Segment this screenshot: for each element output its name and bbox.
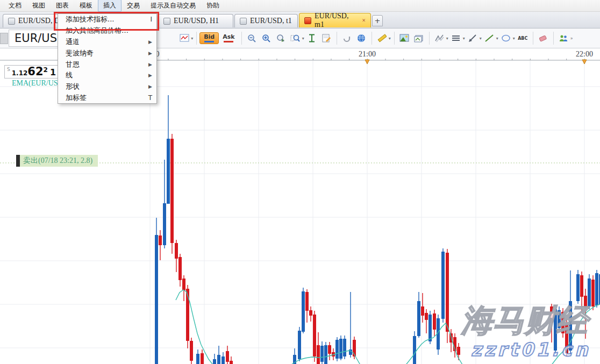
quote-pip-fraction: 2	[44, 66, 48, 74]
trendline-tool-button[interactable]	[483, 32, 496, 45]
chart-tab[interactable]: EUR/USD, t1	[234, 14, 298, 27]
separator	[337, 32, 337, 45]
time-axis-label: 22:00	[576, 50, 593, 59]
chart-tab[interactable]: EUR/USD, m1×	[299, 13, 371, 27]
menu-item[interactable]: 提示及自动交易	[145, 0, 201, 12]
link-icon	[342, 33, 352, 43]
snapshot-icon	[414, 34, 424, 42]
insert-menu-item[interactable]: 通道▶	[58, 37, 156, 48]
find-dropdown-arrow[interactable]: ▾	[302, 36, 304, 41]
ruler-dropdown-arrow[interactable]: ▾	[389, 36, 391, 41]
ask-label: Ask	[223, 33, 234, 40]
trendline-dropdown-arrow[interactable]: ▾	[496, 36, 498, 41]
chart-tab[interactable]: EUR/USD, H1	[158, 14, 233, 27]
ellipse-tool-button[interactable]	[499, 32, 513, 45]
new-tab-button[interactable]: +	[372, 15, 383, 26]
insert-menu-item-label: 形状	[66, 82, 80, 91]
chart-tab-label: EUR/USD, t1	[250, 17, 292, 25]
bid-toggle-button[interactable]: Bid	[199, 32, 219, 44]
chart-type-dropdown-arrow[interactable]: ▾	[191, 36, 193, 41]
arrow-tool-button[interactable]	[466, 32, 480, 45]
position-marker-bar	[16, 155, 20, 167]
insert-menu-item-label: 通道	[66, 37, 80, 47]
arrow-dropdown-arrow[interactable]: ▾	[480, 36, 482, 41]
quote-pips: 62	[27, 66, 43, 78]
trendline-icon	[484, 34, 494, 42]
toolbar-overflow-chevron[interactable]: »	[570, 36, 573, 41]
watermark-url: zzrt01.cn	[471, 339, 590, 360]
ellipse-icon	[501, 34, 511, 42]
menu-item[interactable]: 文档	[3, 0, 27, 12]
menu-item[interactable]: 图表	[51, 0, 74, 12]
zigzag-dropdown-arrow[interactable]: ▾	[446, 36, 448, 41]
hline-tool-button[interactable]	[449, 32, 463, 45]
text-tool-button[interactable]: ABC	[516, 32, 530, 45]
separator	[241, 32, 242, 45]
trading-app-window: 文档视图图表模板插入交易提示及自动交易协助 EUR/USD, DEUR/USD,…	[0, 0, 600, 364]
quote-last-digit: 1	[50, 67, 56, 77]
chart-tab-icon	[240, 18, 247, 25]
separator	[196, 32, 197, 45]
ruler-button[interactable]	[375, 32, 389, 45]
insert-menu-item[interactable]: 线▶	[58, 70, 156, 81]
community-button[interactable]	[557, 32, 570, 45]
quote-side-label: S	[7, 67, 10, 72]
separator	[553, 32, 554, 45]
insert-menu-item[interactable]: 形状▶	[58, 81, 156, 92]
note-button[interactable]	[320, 32, 333, 45]
zoom-in-icon	[261, 33, 271, 43]
image-button[interactable]	[398, 32, 411, 45]
hlines-icon	[451, 34, 461, 42]
ask-underline	[224, 41, 233, 42]
insert-menu-item-label: 添加技术指标...	[66, 15, 114, 24]
crosshair-button[interactable]	[305, 32, 319, 45]
find-bar-button[interactable]	[289, 32, 302, 45]
globe-button[interactable]	[355, 32, 368, 45]
close-tab-icon[interactable]: ×	[362, 17, 366, 24]
insert-menu-item[interactable]: 甘恩▶	[58, 59, 156, 70]
link-button[interactable]	[340, 32, 354, 45]
shortcut-label: I	[150, 16, 152, 23]
zoom-in-button[interactable]	[260, 32, 273, 45]
menu-item[interactable]: 交易	[122, 0, 145, 12]
chart-type-button[interactable]	[177, 32, 191, 45]
menu-item[interactable]: 模板	[74, 0, 98, 12]
insert-menu-item[interactable]: 加标签T	[58, 92, 156, 104]
submenu-arrow-icon: ▶	[148, 39, 152, 45]
insert-menu-item-label: 线	[66, 70, 73, 80]
ask-toggle-button[interactable]: Ask	[219, 32, 238, 44]
menu-bar: 文档视图图表模板插入交易提示及自动交易协助	[0, 0, 600, 12]
zigzag-tool-button[interactable]	[433, 32, 446, 45]
snapshot-button[interactable]	[412, 32, 426, 45]
indicator-label: EMA(EUR/US	[12, 79, 58, 88]
bid-underline	[204, 41, 214, 42]
watermark-brand: 海马财经	[461, 300, 588, 342]
zoom-reset-button[interactable]	[274, 32, 288, 45]
panel-handle[interactable]	[0, 33, 8, 44]
insert-menu-item[interactable]: 加入其他商品价格…	[58, 25, 156, 37]
menu-item[interactable]: 协助	[201, 0, 225, 12]
submenu-arrow-icon: ▶	[148, 51, 152, 56]
menu-item[interactable]: 插入	[98, 0, 122, 12]
insert-menu-item[interactable]: 添加技术指标...I	[58, 14, 156, 25]
quote-big-figure: 1.12	[12, 69, 28, 77]
zoom-out-button[interactable]	[245, 32, 259, 45]
globe-icon	[356, 33, 366, 43]
ellipse-dropdown-arrow[interactable]: ▾	[513, 36, 515, 41]
find-bar-icon	[290, 33, 300, 43]
position-marker[interactable]: 卖出(07/18 23:21, 2.8)	[16, 155, 98, 167]
arrow-icon	[468, 34, 477, 42]
menu-item[interactable]: 视图	[27, 0, 51, 12]
bid-label: Bid	[204, 33, 215, 40]
eraser-button[interactable]	[537, 32, 550, 45]
people-icon	[559, 34, 568, 42]
chart-tab-icon	[163, 18, 170, 25]
insert-dropdown-menu: 添加技术指标...I加入其他商品价格…通道▶斐波纳奇▶甘恩▶线▶形状▶加标签T	[58, 13, 157, 104]
time-axis-label: 21:00	[359, 50, 376, 59]
hline-dropdown-arrow[interactable]: ▾	[463, 36, 465, 41]
chart-tab-label: EUR/USD, D	[18, 17, 60, 25]
eraser-icon	[538, 34, 548, 42]
shortcut-label: T	[148, 94, 152, 102]
insert-menu-item[interactable]: 斐波纳奇▶	[58, 47, 156, 59]
chart-tab-label: EUR/USD, m1	[315, 12, 356, 29]
